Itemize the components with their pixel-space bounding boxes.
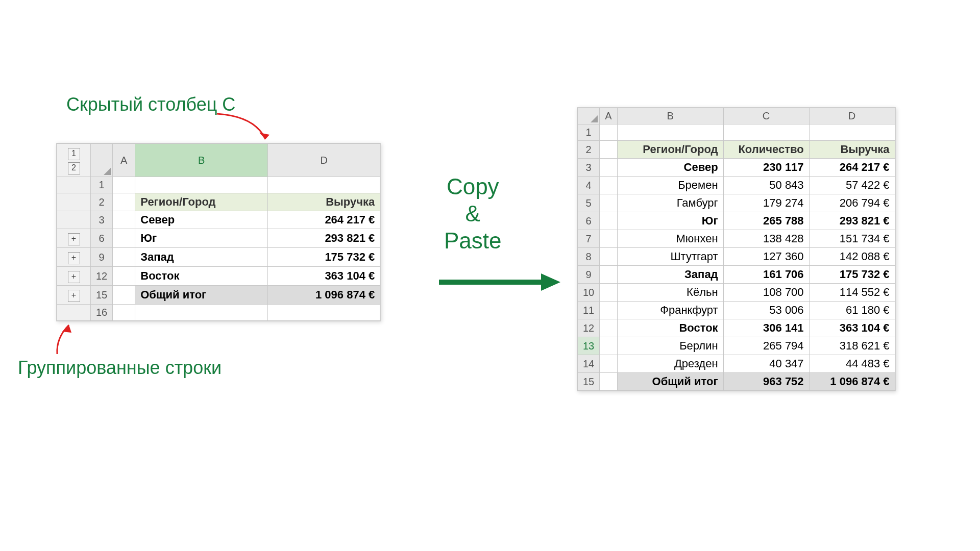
cell[interactable] (600, 194, 617, 212)
cell-region[interactable]: Север (135, 211, 268, 229)
cell[interactable] (600, 124, 617, 141)
cell[interactable] (600, 141, 617, 159)
row-header[interactable]: 10 (578, 284, 600, 302)
cell-region[interactable]: Восток (617, 319, 723, 337)
header-region[interactable]: Регион/Город (135, 193, 268, 211)
outline-level-1[interactable]: 1 (68, 148, 80, 160)
cell[interactable] (600, 373, 617, 391)
cell-total-rev[interactable]: 1 096 874 € (809, 373, 895, 391)
cell-revenue[interactable]: 175 732 € (268, 248, 380, 267)
row-header[interactable]: 12 (91, 267, 113, 286)
cell[interactable] (113, 193, 135, 211)
cell-region[interactable]: Штутгарт (617, 248, 723, 266)
cell[interactable] (135, 177, 268, 193)
cell[interactable] (600, 284, 617, 302)
cell-region[interactable]: Восток (135, 267, 268, 286)
row-header[interactable]: 14 (578, 355, 600, 373)
cell-region[interactable]: Мюнхен (617, 230, 723, 248)
cell-revenue[interactable]: 264 217 € (268, 211, 380, 229)
cell[interactable] (617, 124, 723, 141)
cell-qty[interactable]: 138 428 (723, 230, 809, 248)
cell[interactable] (113, 248, 135, 267)
col-header-A[interactable]: A (600, 108, 617, 124)
cell-revenue[interactable]: 293 821 € (268, 229, 380, 248)
row-header[interactable]: 5 (578, 194, 600, 212)
cell-total-label[interactable]: Общий итог (135, 286, 268, 305)
col-header-D[interactable]: D (268, 144, 380, 177)
row-header[interactable]: 15 (578, 373, 600, 391)
cell-region[interactable]: Франкфурт (617, 302, 723, 319)
cell[interactable] (268, 177, 380, 193)
row-header[interactable]: 9 (578, 266, 600, 284)
cell[interactable] (268, 305, 380, 321)
cell[interactable] (600, 212, 617, 230)
cell-total-qty[interactable]: 963 752 (723, 373, 809, 391)
cell-qty[interactable]: 127 360 (723, 248, 809, 266)
cell-qty[interactable]: 108 700 (723, 284, 809, 302)
cell-qty[interactable]: 179 274 (723, 194, 809, 212)
outline-expand[interactable]: + (68, 271, 80, 283)
cell-rev[interactable]: 264 217 € (809, 159, 895, 177)
col-header-D[interactable]: D (809, 108, 895, 124)
outline-expand[interactable]: + (68, 290, 80, 302)
cell-rev[interactable]: 61 180 € (809, 302, 895, 319)
cell-qty[interactable]: 230 117 (723, 159, 809, 177)
cell-rev[interactable]: 293 821 € (809, 212, 895, 230)
row-header[interactable]: 6 (91, 229, 113, 248)
header-revenue[interactable]: Выручка (268, 193, 380, 211)
select-all-corner[interactable] (578, 108, 600, 124)
cell-rev[interactable]: 318 621 € (809, 337, 895, 355)
row-header[interactable]: 2 (91, 193, 113, 211)
cell[interactable] (600, 177, 617, 194)
cell-total-value[interactable]: 1 096 874 € (268, 286, 380, 305)
row-header[interactable]: 11 (578, 302, 600, 319)
cell[interactable] (600, 159, 617, 177)
cell-qty[interactable]: 161 706 (723, 266, 809, 284)
cell[interactable] (600, 248, 617, 266)
row-header[interactable]: 4 (578, 177, 600, 194)
cell-region[interactable]: Юг (135, 229, 268, 248)
outline-level-2[interactable]: 2 (68, 162, 80, 174)
cell[interactable] (135, 305, 268, 321)
cell[interactable] (600, 266, 617, 284)
row-header[interactable]: 7 (578, 230, 600, 248)
cell-region[interactable]: Запад (135, 248, 268, 267)
outline-expand[interactable]: + (68, 252, 80, 264)
row-header[interactable]: 3 (578, 159, 600, 177)
cell[interactable] (113, 267, 135, 286)
cell[interactable] (809, 124, 895, 141)
row-header[interactable]: 1 (91, 177, 113, 193)
cell-region[interactable]: Бремен (617, 177, 723, 194)
cell-rev[interactable]: 44 483 € (809, 355, 895, 373)
row-header[interactable]: 15 (91, 286, 113, 305)
cell[interactable] (113, 229, 135, 248)
row-header[interactable]: 1 (578, 124, 600, 141)
cell[interactable] (113, 177, 135, 193)
col-header-A[interactable]: A (113, 144, 135, 177)
cell-qty[interactable]: 40 347 (723, 355, 809, 373)
row-header[interactable]: 9 (91, 248, 113, 267)
row-header[interactable]: 16 (91, 305, 113, 321)
cell[interactable] (723, 124, 809, 141)
cell-region[interactable]: Гамбург (617, 194, 723, 212)
header-rev[interactable]: Выручка (809, 141, 895, 159)
cell-revenue[interactable]: 363 104 € (268, 267, 380, 286)
cell-region[interactable]: Север (617, 159, 723, 177)
select-all-corner[interactable] (91, 144, 113, 177)
cell-qty[interactable]: 306 141 (723, 319, 809, 337)
cell-rev[interactable]: 175 732 € (809, 266, 895, 284)
header-region[interactable]: Регион/Город (617, 141, 723, 159)
cell[interactable] (600, 337, 617, 355)
cell[interactable] (113, 286, 135, 305)
col-header-B[interactable]: B (617, 108, 723, 124)
col-header-C[interactable]: C (723, 108, 809, 124)
cell-region[interactable]: Кёльн (617, 284, 723, 302)
cell-rev[interactable]: 57 422 € (809, 177, 895, 194)
row-header[interactable]: 6 (578, 212, 600, 230)
cell-rev[interactable]: 206 794 € (809, 194, 895, 212)
cell[interactable] (113, 211, 135, 229)
cell[interactable] (600, 230, 617, 248)
cell-rev[interactable]: 363 104 € (809, 319, 895, 337)
cell[interactable] (600, 319, 617, 337)
cell-region[interactable]: Запад (617, 266, 723, 284)
